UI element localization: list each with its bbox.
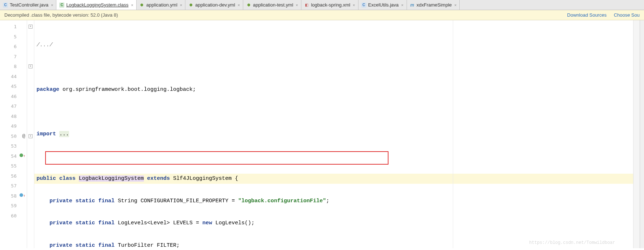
decompiled-banner: Decompiled .class file, bytecode version… — [0, 10, 644, 20]
tab-application-test-yml[interactable]: ⬢ application-test.yml × — [243, 0, 301, 10]
close-icon[interactable]: × — [131, 3, 133, 7]
close-icon[interactable]: × — [51, 3, 53, 7]
line-number: 55 — [0, 161, 27, 171]
fold-expand-icon[interactable]: + — [29, 25, 33, 29]
editor: 1 5 6 7 8 44 45 46 47 48 49 50@ 53 54↑ 5… — [0, 20, 644, 248]
line-number: 58↑ — [0, 191, 27, 201]
fold-gutter: + + + — [27, 20, 34, 248]
tab-testcontroller[interactable]: C TestController.java × — [0, 0, 56, 10]
tab-label: application-test.yml — [253, 2, 293, 8]
tab-label: application-dev.yml — [195, 2, 235, 8]
line-number: 46 — [0, 92, 27, 102]
tab-excelutils[interactable]: C ExcelUtils.java × — [359, 0, 407, 10]
code-comment: /.../ — [37, 42, 53, 48]
tab-label: ExcelUtils.java — [368, 2, 399, 8]
scrollbar[interactable] — [633, 20, 640, 248]
close-icon[interactable]: × — [401, 3, 403, 7]
tab-logbackloggingsystem[interactable]: C LogbackLoggingSystem.class × — [56, 0, 136, 10]
line-number: 48 — [0, 111, 27, 122]
overrides-marker-icon[interactable]: ↑ — [20, 191, 25, 201]
choose-sources-link[interactable]: Choose Sou — [614, 12, 640, 18]
close-icon[interactable]: × — [454, 3, 456, 7]
yml-icon: ⬢ — [188, 3, 193, 8]
line-number: 7 — [0, 52, 27, 62]
tab-xdxframesimple[interactable]: m xdxFrameSimple × — [407, 0, 460, 10]
line-number: 59 — [0, 201, 27, 211]
line-number: 49 — [0, 121, 27, 131]
line-number: 57 — [0, 181, 27, 191]
watermark-text: https://blog.csdn.net/Tomwildboar — [529, 240, 615, 245]
banner-message: Decompiled .class file, bytecode version… — [4, 12, 118, 18]
java-class-icon: C — [361, 3, 366, 8]
yml-icon: ⬢ — [139, 3, 145, 8]
tab-application-dev-yml[interactable]: ⬢ application-dev.yml × — [185, 0, 243, 10]
maven-icon: m — [410, 3, 415, 8]
line-number: 56 — [0, 171, 27, 181]
fold-expand-icon[interactable]: + — [29, 134, 33, 138]
override-marker-icon[interactable]: @ — [22, 131, 25, 141]
line-number: 45 — [0, 81, 27, 92]
line-number: 60 — [0, 211, 27, 221]
right-margin-line — [453, 20, 453, 248]
tab-label: TestController.java — [10, 2, 48, 8]
line-number: 8 — [0, 62, 27, 72]
line-number: 53 — [0, 141, 27, 151]
line-number: 47 — [0, 101, 27, 111]
tab-label: logback-spring.xml — [311, 2, 350, 8]
close-icon[interactable]: × — [353, 3, 355, 7]
tab-label: LogbackLoggingSystem.class — [66, 2, 128, 8]
line-number: 5 — [0, 32, 27, 42]
editor-tab-bar: C TestController.java × C LogbackLogging… — [0, 0, 644, 10]
line-number: 50@ — [0, 131, 27, 141]
tab-label: application.yml — [146, 2, 177, 8]
fold-expand-icon[interactable]: + — [29, 64, 33, 68]
code-editor[interactable]: /.../ package org.springframework.boot.l… — [34, 20, 633, 248]
close-icon[interactable]: × — [180, 3, 182, 7]
tab-label: xdxFrameSimple — [417, 2, 452, 8]
tab-application-yml[interactable]: ⬢ application.yml × — [137, 0, 185, 10]
java-class-icon: C — [59, 3, 64, 8]
xml-icon: ◧ — [304, 3, 309, 8]
close-icon[interactable]: × — [296, 3, 298, 7]
yml-icon: ⬢ — [246, 3, 251, 8]
download-sources-link[interactable]: Download Sources — [567, 12, 606, 18]
java-class-icon: C — [3, 3, 8, 8]
implements-marker-icon[interactable]: ↑ — [20, 151, 25, 161]
tab-logback-spring-xml[interactable]: ◧ logback-spring.xml × — [301, 0, 359, 10]
line-number: 44 — [0, 72, 27, 82]
line-number-gutter[interactable]: 1 5 6 7 8 44 45 46 47 48 49 50@ 53 54↑ 5… — [0, 20, 27, 248]
line-number: 6 — [0, 42, 27, 52]
line-number: 54↑ — [0, 151, 27, 161]
error-stripe[interactable] — [640, 20, 644, 248]
close-icon[interactable]: × — [238, 3, 240, 7]
line-number: 1 — [0, 22, 27, 32]
